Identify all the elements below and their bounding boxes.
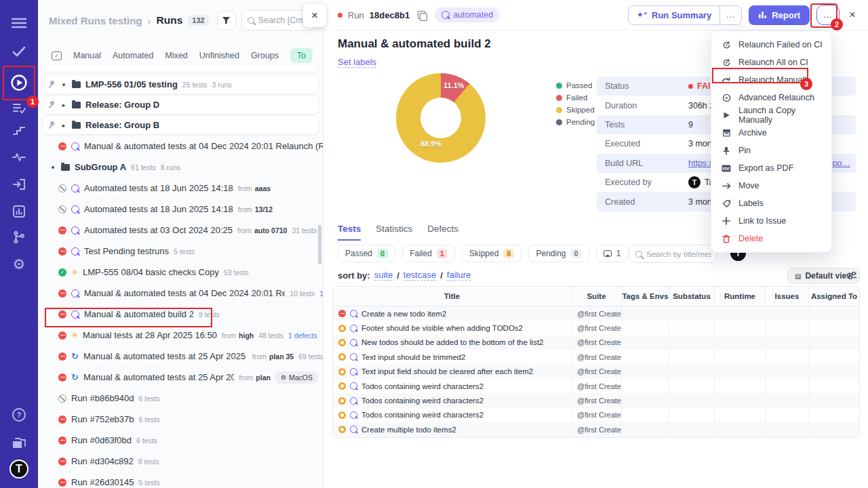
pin-icon[interactable]: [48, 101, 56, 108]
test-row[interactable]: Todos containing weird characters2 @firs…: [333, 393, 859, 407]
run-row[interactable]: Manual & automated tests at 04 Dec 2024 …: [38, 136, 323, 157]
projects-folder-icon[interactable]: [0, 431, 38, 455]
test-row[interactable]: Text input field should be cleared after…: [333, 365, 859, 379]
sort-by-failure[interactable]: failure: [447, 270, 471, 281]
menu-labels[interactable]: Labels: [711, 195, 831, 212]
check-icon[interactable]: [0, 39, 38, 64]
close-run-detail-icon[interactable]: ×: [849, 8, 856, 22]
report-button[interactable]: Report: [749, 5, 810, 25]
menu-link-to-issue[interactable]: Link to Issue: [711, 212, 831, 230]
menu-move[interactable]: Move: [711, 177, 831, 195]
pin-icon[interactable]: [48, 121, 56, 129]
run-row[interactable]: Run #26d30145 5 tests: [38, 472, 323, 488]
chevron-down-icon[interactable]: ▾: [60, 81, 67, 88]
run-row[interactable]: Manual & automated tests at 04 Dec 2024 …: [38, 283, 323, 304]
col-suite[interactable]: Suite: [572, 287, 622, 306]
chevron-down-icon[interactable]: ▾: [50, 164, 56, 171]
failed-filter-pill[interactable]: Failed1: [402, 245, 455, 262]
help-icon[interactable]: ?: [0, 403, 38, 427]
branch-icon[interactable]: [0, 225, 38, 249]
col-issues[interactable]: Issues: [766, 287, 809, 306]
defects-count[interactable]: 1 defects: [288, 331, 317, 340]
tab-unfinished[interactable]: Unfinished: [199, 51, 239, 60]
sort-by-suite[interactable]: suite: [374, 270, 393, 281]
pending-filter-pill[interactable]: Pending0: [528, 245, 589, 262]
hamburger-menu-icon[interactable]: [0, 11, 38, 35]
tab-automated[interactable]: Automated: [113, 51, 153, 60]
test-row[interactable]: New todos should be added to the bottom …: [333, 336, 859, 350]
test-row[interactable]: Create multiple todo items2 @first Creat…: [333, 422, 859, 436]
pulse-icon[interactable]: [0, 145, 38, 169]
panel-scrollbar[interactable]: [318, 225, 321, 264]
group-row[interactable]: ▸ Release: Group D: [42, 95, 319, 115]
tab-today[interactable]: To: [290, 48, 313, 63]
menu-pin[interactable]: Pin: [711, 142, 831, 159]
col-substatus[interactable]: Substatus: [669, 287, 715, 306]
menu-export-pdf[interactable]: PDF Export as PDF: [711, 159, 831, 177]
menu-launch-copy-manually[interactable]: Launch a Copy Manually: [711, 106, 831, 124]
run-row[interactable]: Automated tests at 18 Jun 2025 14:18 fro…: [38, 178, 323, 199]
filter-button[interactable]: [217, 11, 236, 30]
subgroup-row[interactable]: ▾ SubGroup A 61 tests 8 runs: [38, 157, 323, 178]
test-row[interactable]: Footer should be visible when adding TOD…: [333, 321, 859, 335]
run-row[interactable]: Test Pending testruns 5 tests: [38, 241, 323, 262]
col-assigned-to[interactable]: Assigned To: [809, 287, 859, 306]
column-settings-icon[interactable]: [847, 270, 857, 283]
group-row[interactable]: ▸ Release: Group B: [42, 115, 319, 135]
tab-statistics[interactable]: Statistics: [376, 224, 412, 241]
select-all-icon[interactable]: ✓: [52, 52, 62, 60]
runs-play-icon[interactable]: [0, 70, 38, 95]
automated-badge[interactable]: automated: [435, 7, 500, 22]
copy-icon[interactable]: [418, 11, 425, 20]
build-url-link-tail[interactable]: po…: [833, 159, 850, 168]
run-row[interactable]: ↻ Manual & automated tests at 25 Apr 202…: [38, 346, 323, 367]
run-summary-button[interactable]: ✦⁺Run Summary ...: [628, 5, 743, 25]
comments-filter-pill[interactable]: 1: [596, 245, 629, 262]
sort-by-testcase[interactable]: testcase: [403, 270, 436, 281]
run-row[interactable]: ✓ ✳ LMP-555 08/04 basic checks Copy 53 t…: [38, 262, 323, 283]
menu-relaunch-manually[interactable]: Relaunch Manually: [711, 71, 831, 89]
chevron-right-icon[interactable]: ▸: [60, 122, 67, 129]
tab-defects[interactable]: Defects: [427, 224, 458, 241]
passed-filter-pill[interactable]: Passed0: [338, 245, 395, 262]
run-row[interactable]: Run #752eb37b 6 tests: [38, 409, 323, 430]
run-summary-more[interactable]: ...: [719, 6, 741, 24]
col-title[interactable]: Title: [333, 287, 572, 306]
import-icon[interactable]: [0, 172, 38, 197]
menu-relaunch-all-ci[interactable]: Relaunch All on CI: [711, 54, 831, 71]
app-logo[interactable]: T: [0, 457, 38, 481]
col-runtime[interactable]: Runtime: [715, 287, 766, 306]
defects-count[interactable]: 1: [319, 289, 323, 298]
menu-advanced-relaunch[interactable]: Advanced Relaunch: [711, 89, 831, 106]
panel-close-button[interactable]: ×: [303, 4, 326, 27]
test-row[interactable]: Text input should be trimmed2 @first Cre…: [333, 350, 859, 364]
menu-relaunch-failed-ci[interactable]: Relaunch Failed on CI: [711, 36, 831, 54]
run-row[interactable]: Run #b86b940d 6 tests: [38, 388, 323, 409]
chevron-right-icon[interactable]: ▸: [60, 102, 67, 108]
run-row[interactable]: Run #d304c892 8 tests: [38, 451, 323, 472]
tab-mixed[interactable]: Mixed: [165, 51, 187, 60]
breadcrumb-project[interactable]: Mixed Runs testing: [49, 15, 142, 26]
pin-icon[interactable]: [48, 81, 56, 88]
run-row[interactable]: Automated tests at 03 Oct 2024 20:25 fro…: [38, 220, 323, 241]
test-row[interactable]: Create a new todo item2 @first Create ..…: [333, 306, 859, 321]
run-row-selected[interactable]: Manual & automated build 2 9 tests: [38, 304, 323, 325]
tests-search-input[interactable]: [646, 250, 711, 258]
build-url-link[interactable]: https://: [688, 159, 714, 168]
tab-groups[interactable]: Groups: [251, 51, 279, 60]
run-row[interactable]: Automated tests at 18 Jun 2025 14:18 fro…: [38, 199, 323, 220]
col-tags-envs[interactable]: Tags & Envs: [622, 287, 669, 306]
run-summary-main[interactable]: ✦⁺Run Summary: [629, 6, 720, 24]
group-row[interactable]: ▾ LMP-556 01/05 testing 25 tests 3 runs: [42, 75, 319, 94]
run-row[interactable]: ✳ Manual tests at 28 Apr 2025 16:50 from…: [38, 325, 323, 346]
tab-manual[interactable]: Manual: [73, 51, 101, 60]
set-labels-link[interactable]: Set labels: [338, 57, 376, 68]
settings-gear-icon[interactable]: ⚙: [0, 252, 38, 277]
tab-tests[interactable]: Tests: [338, 224, 361, 241]
menu-archive[interactable]: Archive: [711, 124, 831, 142]
test-row[interactable]: Todos containing weird characters2 @firs…: [333, 408, 859, 422]
run-row[interactable]: ↻ Manual & automated tests at 25 Apr 202…: [38, 367, 323, 388]
menu-delete[interactable]: Delete: [711, 230, 831, 247]
bar-chart-icon[interactable]: [0, 199, 38, 224]
run-row[interactable]: Run #0d63f0bd 6 tests: [38, 430, 323, 451]
